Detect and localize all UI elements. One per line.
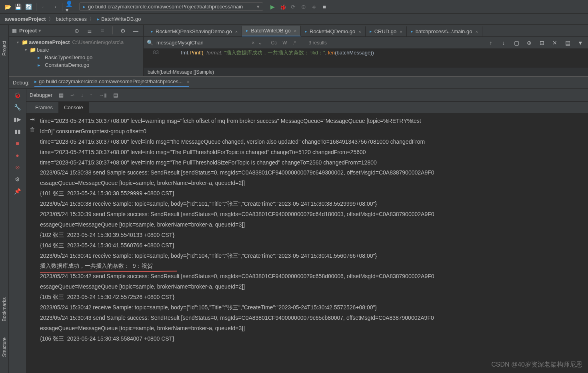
breadcrumb-item[interactable]: BatchWriteDB.go [101,16,141,22]
attach-icon[interactable]: ⎆ [310,2,318,11]
match-case-icon[interactable]: Cc [270,39,279,46]
tree-label: ConstantsDemo.go [45,62,89,68]
words-icon[interactable]: W [281,39,288,46]
tree-root[interactable]: ▾ 📁 awesomeProject C:\Users\nien\go\src\… [9,38,143,46]
tree-label: BasicTypesDemo.go [45,54,92,60]
editor-tab[interactable]: ▸CRUD.go× [366,26,407,36]
pause-icon[interactable]: ▮▮ [14,128,21,134]
evaluate-icon[interactable]: ▤ [113,92,118,98]
clear-icon[interactable]: 🗑 [30,126,35,133]
layout-icon[interactable]: ▦ [59,92,64,98]
close-icon[interactable]: × [358,29,361,34]
settings-icon[interactable]: ⚙ [118,26,127,35]
run-to-cursor-icon[interactable]: →▮ [99,92,107,98]
code-breadcrumb[interactable]: batch(batchMessage []Sample) [144,67,588,76]
mute-bp-icon[interactable]: ⊘ [15,164,20,170]
frames-tab[interactable]: Frames [30,102,58,113]
rail-bookmarks[interactable]: Bookmarks [2,297,7,321]
close-icon[interactable]: × [400,29,402,34]
rail-project[interactable]: Project [2,41,7,56]
coverage-icon[interactable]: ⟳ [289,2,298,11]
close-icon[interactable]: × [294,28,296,33]
history-icon[interactable]: ⌄ [258,40,262,46]
separator [112,26,113,34]
clear-icon[interactable]: × [252,40,255,46]
tree-label: basic [37,47,49,53]
find-input[interactable] [156,40,248,46]
breakpoint-icon[interactable]: ● [16,152,19,158]
panel-title[interactable]: Project [19,28,37,34]
collapse-icon[interactable]: ≡ [98,26,107,35]
close-icon[interactable]: × [187,79,189,84]
go-file-icon: ▸ [370,29,372,34]
debugger-tab[interactable]: Debugger [30,92,52,98]
remove-icon[interactable]: ⊟ [538,38,546,47]
console-line: time="2023-05-24T15:30:37+08:00" level=i… [40,158,586,168]
editor-tab[interactable]: ▸batchprocess\...\main.go× [407,26,482,36]
filter-icon[interactable]: ▤ [563,38,572,47]
console-line: 2023/05/24 15:30:41 receive Sample: topi… [40,251,586,261]
scroll-to-end-icon[interactable]: ⇥ [30,116,35,122]
breadcrumb-item[interactable]: awesomeProject [5,16,46,22]
project-tree: ▾ 📁 awesomeProject C:\Users\nien\go\src\… [9,37,143,70]
add-selection-icon[interactable]: ⊕ [525,38,534,47]
profile-icon[interactable]: ⊙ [299,2,308,11]
save-icon[interactable]: 💾 [14,2,22,11]
console-output[interactable]: time="2023-05-24T15:30:37+08:00" level=w… [38,114,588,373]
settings-icon[interactable]: ⚙ [15,176,20,182]
tree-folder[interactable]: ▾ 📁 basic [9,46,143,54]
console-line: 2023/05/24 15:30:39 send Sample success:… [40,209,586,220]
breadcrumb-item[interactable]: batchprocess [56,16,87,22]
stop-icon[interactable]: ■ [16,140,19,146]
console-tab[interactable]: Console [58,102,89,113]
hide-icon[interactable]: — [131,26,140,35]
debug-rerun-icon[interactable]: 🐞 [14,92,21,98]
back-icon[interactable]: ← [40,2,48,11]
rail-structure[interactable]: Structure [2,337,7,357]
close-icon[interactable]: × [235,29,238,34]
vcs-icon[interactable]: 👤▾ [66,2,74,11]
open-icon[interactable]: 📂 [3,2,12,11]
console-line: essageQueue=MessageQueue [topic=sample, … [40,282,586,292]
locate-icon[interactable]: ⊙ [72,26,81,35]
funnel-icon[interactable]: ▼ [576,38,585,47]
debug-config-tab[interactable]: ▸ go build crazymakercircle.com/awesomeP… [34,78,189,87]
pin-icon[interactable]: 📌 [14,188,21,195]
modify-run-icon[interactable]: 🔧 [14,104,21,110]
debug-header: Debug: ▸ go build crazymakercircle.com/a… [9,77,588,89]
refresh-icon[interactable]: 🔄 [24,2,33,11]
separator [36,3,36,11]
tree-path: C:\Users\nien\go\src\a [72,39,124,45]
folder-icon: 📁 [22,39,29,45]
stop-icon[interactable]: ■ [320,2,329,11]
run-icon[interactable]: ▶ [268,2,277,11]
prev-icon[interactable]: ↑ [486,38,495,47]
debug-panel: Debug: ▸ go build crazymakercircle.com/a… [9,76,588,373]
tree-file[interactable]: ▸ BasicTypesDemo.go [9,54,143,61]
tab-label: BatchWriteDB.go [251,28,290,34]
editor-tab[interactable]: ▸RocketMQPeakShavingDemo.go× [147,26,242,36]
editor-tab[interactable]: ▸RocketMQDemo.go× [301,26,366,36]
regex-icon[interactable]: .* [291,39,298,46]
project-panel: ▦ Project ▾ ⊙ ≣ ≡ ⚙ — ▾ 📁 [9,25,144,76]
console-line: {104 张三 2023-05-24 15:30:41.5560766 +080… [40,241,586,251]
select-all-icon[interactable]: ▢ [512,38,521,47]
debug-icon[interactable]: 🐞 [278,2,287,11]
forward-icon[interactable]: → [50,2,59,11]
close-icon[interactable]: × [475,29,478,34]
chevron-down-icon[interactable]: ▾ [38,28,41,34]
breadcrumb-sep: 〉 [48,16,54,23]
step-over-icon[interactable]: ⤻ [70,92,74,98]
step-out-icon[interactable]: ↑ [90,92,93,98]
code-editor[interactable]: 83 fmt.Printf( format: "插入数据库成功，一共插入的条数：… [144,49,588,67]
resume-icon[interactable]: ▮▶ [14,116,21,122]
expand-icon[interactable]: ≣ [85,26,94,35]
next-icon[interactable]: ↓ [499,38,508,47]
exclude-icon[interactable]: ✕ [550,38,559,47]
go-file-icon: ▸ [38,62,45,68]
run-configuration-dropdown[interactable]: ▸ go build crazymakercircle.com/awesomeP… [79,2,263,11]
step-into-icon[interactable]: ↓ [81,92,84,98]
editor-tab[interactable]: ▸BatchWriteDB.go× [242,26,301,36]
tree-file[interactable]: ▸ ConstantsDemo.go [9,61,143,69]
go-file-icon: ▸ [97,16,100,22]
